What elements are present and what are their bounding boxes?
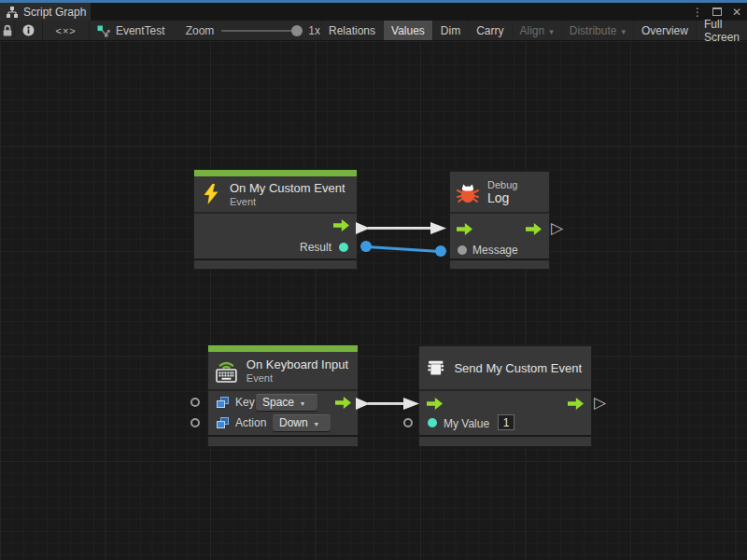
node-kicker: Debug (487, 179, 517, 190)
zoom-label: Zoom (186, 24, 215, 37)
values-button[interactable]: Values (383, 21, 432, 40)
keyboard-icon (214, 358, 239, 384)
tab-strip: Script Graph ⋮ ✕ (0, 3, 747, 21)
message-input-port[interactable] (458, 245, 467, 255)
maximize-icon[interactable] (712, 7, 722, 16)
inspect-button[interactable] (15, 21, 43, 40)
control-output-port[interactable] (526, 223, 542, 235)
custom-event-icon (425, 356, 446, 380)
node-title: On Keyboard Input (247, 357, 348, 371)
unconnected-flow-indicator[interactable]: ▷ (594, 397, 606, 410)
graph-reference[interactable]: EventTest (97, 21, 165, 40)
control-wire[interactable] (367, 227, 434, 230)
node-title: On My Custom Event (230, 181, 345, 195)
graph-name: EventTest (116, 24, 165, 37)
my-value-input-port[interactable] (428, 418, 437, 427)
graph-asset-icon (97, 24, 110, 37)
field-icon (217, 397, 229, 409)
unconnected-value-indicator[interactable] (190, 398, 200, 407)
unconnected-value-indicator[interactable] (190, 418, 200, 427)
control-wire-arrowhead[interactable] (430, 222, 446, 234)
distribute-button[interactable]: Distribute▾ (561, 21, 633, 40)
chevron-down-icon: ▾ (301, 399, 304, 408)
control-output-port[interactable] (333, 219, 349, 231)
value-wire-endpoint[interactable] (360, 241, 372, 252)
lightning-icon (200, 183, 222, 205)
control-input-port[interactable] (457, 223, 472, 235)
node-send-my-custom-event[interactable]: Send My Custom Event My Value 1 (419, 346, 591, 446)
zoom-control: Zoom 1x (186, 21, 320, 40)
window-menu-icon[interactable]: ⋮ (692, 6, 702, 19)
close-icon[interactable]: ✕ (732, 6, 741, 19)
full-screen-button[interactable]: Full Screen (696, 21, 747, 40)
dim-button[interactable]: Dim (432, 21, 468, 40)
event-node-strip (208, 345, 358, 352)
bug-icon (456, 180, 480, 204)
tab-title: Script Graph (23, 6, 86, 19)
info-icon (22, 24, 35, 36)
event-node-strip (194, 170, 357, 176)
code-view-icon: <×> (56, 25, 77, 36)
graph-toolbar: <×> EventTest Zoom 1x Relations Values D… (0, 21, 747, 41)
zoom-value: 1x (308, 24, 320, 37)
node-on-keyboard-input[interactable]: On Keyboard Input Event Key Space ▾ (208, 345, 358, 446)
my-value-port-label: My Value (444, 417, 489, 430)
key-port-label: Key (235, 396, 255, 409)
control-input-port[interactable] (427, 398, 443, 410)
node-subtitle: Event (230, 196, 345, 207)
control-wire-arrowhead[interactable] (403, 398, 419, 410)
value-wire-endpoint[interactable] (435, 245, 446, 257)
control-output-port[interactable] (335, 397, 351, 409)
lock-button[interactable] (0, 21, 15, 40)
node-debug-log[interactable]: Debug Log Message (450, 172, 549, 269)
overview-button[interactable]: Overview (633, 21, 696, 40)
value-wire[interactable] (366, 245, 442, 253)
tab-script-graph[interactable]: Script Graph (0, 3, 91, 21)
my-value-field[interactable]: 1 (498, 414, 514, 430)
graph-canvas[interactable]: On My Custom Event Event Result (0, 41, 747, 560)
message-port-label: Message (472, 244, 518, 257)
node-subtitle: Event (247, 372, 348, 384)
node-title: Send My Custom Event (454, 361, 582, 375)
unconnected-value-indicator[interactable] (403, 418, 413, 427)
control-wire[interactable] (367, 402, 406, 405)
relations-button[interactable]: Relations (320, 21, 383, 40)
carry-button[interactable]: Carry (468, 21, 511, 40)
toolbar-buttons: Relations Values Dim Carry Align▾ Distri… (320, 21, 747, 40)
action-dropdown[interactable]: Down ▾ (273, 414, 331, 431)
result-output-port[interactable] (339, 243, 348, 252)
field-icon (217, 417, 229, 429)
node-on-my-custom-event[interactable]: On My Custom Event Event Result (194, 170, 357, 269)
align-button[interactable]: Align▾ (512, 21, 561, 40)
chevron-down-icon: ▾ (621, 27, 626, 36)
result-port-label: Result (300, 241, 331, 254)
node-title: Log (487, 190, 517, 205)
chevron-down-icon: ▾ (315, 420, 318, 428)
unconnected-flow-indicator[interactable]: ▷ (551, 222, 563, 235)
control-output-port[interactable] (568, 398, 584, 410)
script-graph-window: Script Graph ⋮ ✕ <×> (0, 0, 747, 560)
zoom-slider-handle[interactable] (291, 25, 303, 36)
key-dropdown[interactable]: Space ▾ (256, 394, 317, 411)
chevron-down-icon: ▾ (549, 27, 554, 36)
code-view-button[interactable]: <×> (43, 21, 90, 40)
graph-tab-icon (6, 6, 19, 19)
action-port-label: Action (235, 416, 266, 429)
zoom-slider[interactable] (221, 30, 301, 32)
lock-icon (2, 24, 13, 37)
